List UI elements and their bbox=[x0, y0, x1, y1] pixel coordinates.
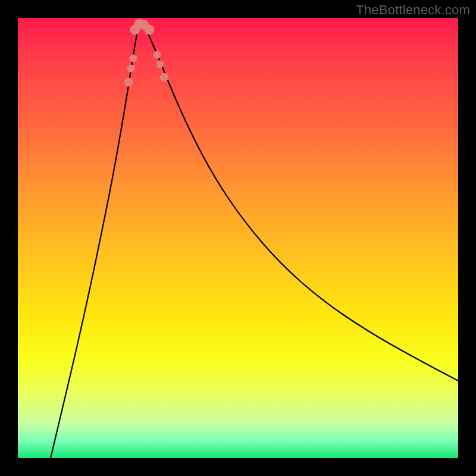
data-marker bbox=[124, 78, 133, 86]
curve-svg bbox=[18, 18, 458, 458]
data-marker bbox=[130, 55, 137, 62]
data-marker bbox=[127, 65, 134, 72]
data-marker bbox=[160, 73, 168, 82]
data-marker bbox=[145, 25, 154, 35]
watermark-text: TheBottleneck.com bbox=[356, 2, 470, 18]
data-markers bbox=[124, 19, 168, 86]
data-marker bbox=[156, 61, 164, 68]
chart-frame: TheBottleneck.com bbox=[0, 0, 476, 476]
data-marker bbox=[154, 51, 161, 58]
curve-right-branch bbox=[142, 21, 458, 381]
plot-area bbox=[18, 18, 458, 458]
